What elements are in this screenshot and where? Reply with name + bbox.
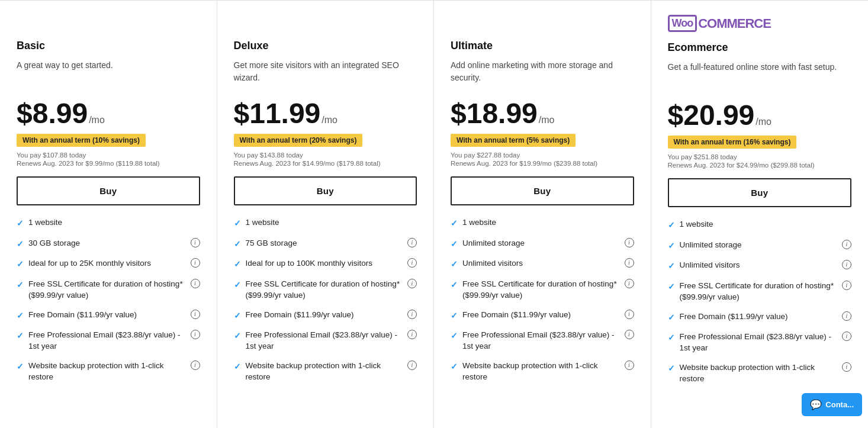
info-icon-ultimate-4[interactable]: i bbox=[625, 310, 634, 319]
check-icon-ecommerce-2: ✓ bbox=[668, 260, 675, 272]
info-icon-basic-1[interactable]: i bbox=[191, 238, 200, 247]
renews-info-basic: Renews Aug. 2023 for $9.99/mo ($119.88 t… bbox=[17, 160, 200, 167]
feature-text-ecommerce-3: Free SSL Certificate for duration of hos… bbox=[680, 281, 837, 303]
check-icon-ecommerce-1: ✓ bbox=[668, 240, 675, 252]
feature-text-deluxe-4: Free Domain ($11.99/yr value) bbox=[246, 310, 402, 321]
savings-badge-basic: With an annual term (10% savings) bbox=[17, 134, 146, 147]
feature-text-basic-1: 30 GB storage bbox=[28, 238, 185, 249]
plans-container: BasicA great way to get started. $8.99 /… bbox=[0, 0, 868, 428]
check-icon-ultimate-1: ✓ bbox=[451, 239, 458, 250]
buy-button-ultimate[interactable]: Buy bbox=[451, 176, 634, 205]
feature-item-deluxe-0: ✓ 1 website bbox=[234, 217, 417, 230]
info-icon-ultimate-6[interactable]: i bbox=[625, 361, 634, 370]
chat-icon: 💬 bbox=[810, 399, 822, 410]
feature-item-basic-3: ✓ Free SSL Certificate for duration of h… bbox=[17, 279, 200, 301]
plan-col-ultimate: UltimateAdd online marketing with more s… bbox=[434, 1, 651, 428]
info-icon-deluxe-1[interactable]: i bbox=[407, 238, 417, 247]
info-icon-deluxe-2[interactable]: i bbox=[407, 258, 417, 268]
info-icon-ultimate-2[interactable]: i bbox=[625, 258, 634, 268]
info-icon-deluxe-4[interactable]: i bbox=[407, 310, 417, 319]
plan-col-deluxe: DeluxeGet more site visitors with an int… bbox=[217, 1, 435, 428]
check-icon-ultimate-5: ✓ bbox=[451, 330, 458, 342]
feature-text-deluxe-0: 1 website bbox=[246, 217, 417, 229]
info-icon-ultimate-5[interactable]: i bbox=[625, 330, 634, 339]
info-icon-ecommerce-1[interactable]: i bbox=[842, 240, 851, 249]
chat-button[interactable]: 💬 Conta... bbox=[802, 393, 862, 416]
pay-today-ultimate: You pay $227.88 today bbox=[451, 152, 634, 159]
feature-text-ultimate-6: Website backup protection with 1-click r… bbox=[462, 361, 619, 383]
check-icon-deluxe-4: ✓ bbox=[234, 310, 241, 322]
check-icon-deluxe-0: ✓ bbox=[234, 218, 241, 230]
check-icon-ultimate-3: ✓ bbox=[451, 279, 458, 291]
feature-item-basic-0: ✓ 1 website bbox=[17, 217, 200, 230]
feature-item-ultimate-0: ✓ 1 website bbox=[451, 217, 634, 230]
info-icon-basic-2[interactable]: i bbox=[191, 258, 200, 268]
plan-desc-ecommerce: Get a full-featured online store with fa… bbox=[668, 61, 852, 89]
features-list-deluxe: ✓ 1 website ✓ 75 GB storage i ✓ Ideal fo… bbox=[234, 217, 417, 383]
savings-badge-deluxe: With an annual term (20% savings) bbox=[234, 134, 363, 147]
info-icon-basic-3[interactable]: i bbox=[191, 279, 200, 288]
plan-price-ecommerce: $20.99 /mo bbox=[668, 101, 852, 130]
feature-text-deluxe-6: Website backup protection with 1-click r… bbox=[246, 361, 402, 383]
check-icon-ecommerce-6: ✓ bbox=[668, 363, 675, 375]
info-icon-ecommerce-4[interactable]: i bbox=[842, 311, 851, 321]
buy-button-basic[interactable]: Buy bbox=[17, 176, 200, 205]
check-icon-basic-0: ✓ bbox=[17, 218, 24, 230]
info-icon-ultimate-1[interactable]: i bbox=[625, 238, 634, 247]
feature-item-basic-2: ✓ Ideal for up to 25K monthly visitors i bbox=[17, 258, 200, 271]
feature-item-basic-5: ✓ Free Professional Email ($23.88/yr val… bbox=[17, 330, 200, 352]
woo-logo: Woo COMMERCE bbox=[668, 15, 852, 32]
plan-col-basic: BasicA great way to get started. $8.99 /… bbox=[0, 1, 217, 428]
price-amount-ecommerce: $20.99 bbox=[668, 101, 755, 130]
info-icon-basic-4[interactable]: i bbox=[191, 310, 200, 319]
feature-text-deluxe-5: Free Professional Email ($23.88/yr value… bbox=[246, 330, 402, 352]
feature-text-basic-5: Free Professional Email ($23.88/yr value… bbox=[28, 330, 185, 352]
info-icon-ecommerce-6[interactable]: i bbox=[842, 362, 851, 372]
feature-item-ecommerce-6: ✓ Website backup protection with 1-click… bbox=[668, 362, 852, 385]
plan-price-ultimate: $18.99 /mo bbox=[451, 99, 634, 128]
feature-text-ecommerce-6: Website backup protection with 1-click r… bbox=[680, 362, 837, 385]
feature-text-ecommerce-1: Unlimited storage bbox=[680, 240, 837, 251]
feature-text-basic-6: Website backup protection with 1-click r… bbox=[28, 361, 185, 383]
info-icon-deluxe-5[interactable]: i bbox=[407, 330, 417, 339]
feature-text-deluxe-2: Ideal for up to 100K monthly visitors bbox=[246, 258, 402, 269]
info-icon-basic-5[interactable]: i bbox=[191, 330, 200, 339]
check-icon-basic-2: ✓ bbox=[17, 259, 24, 271]
savings-badge-ultimate: With an annual term (5% savings) bbox=[451, 134, 576, 147]
renews-info-ecommerce: Renews Aug. 2023 for $24.99/mo ($299.88 … bbox=[668, 162, 852, 169]
feature-text-basic-4: Free Domain ($11.99/yr value) bbox=[28, 310, 185, 321]
info-icon-ecommerce-5[interactable]: i bbox=[842, 332, 851, 341]
savings-badge-ecommerce: With an annual term (16% savings) bbox=[668, 136, 797, 149]
info-icon-ecommerce-3[interactable]: i bbox=[842, 281, 851, 290]
price-period-deluxe: /mo bbox=[322, 115, 337, 125]
feature-item-basic-6: ✓ Website backup protection with 1-click… bbox=[17, 361, 200, 383]
feature-item-ecommerce-4: ✓ Free Domain ($11.99/yr value) i bbox=[668, 311, 852, 324]
plan-name-ultimate: Ultimate bbox=[451, 40, 634, 52]
info-icon-deluxe-6[interactable]: i bbox=[407, 361, 417, 370]
feature-item-deluxe-5: ✓ Free Professional Email ($23.88/yr val… bbox=[234, 330, 417, 352]
check-icon-ultimate-4: ✓ bbox=[451, 310, 458, 322]
info-icon-ecommerce-2[interactable]: i bbox=[842, 260, 851, 269]
check-icon-deluxe-5: ✓ bbox=[234, 330, 241, 342]
feature-text-ultimate-5: Free Professional Email ($23.88/yr value… bbox=[462, 330, 619, 352]
feature-item-basic-4: ✓ Free Domain ($11.99/yr value) i bbox=[17, 310, 200, 322]
feature-text-basic-2: Ideal for up to 25K monthly visitors bbox=[28, 258, 185, 269]
feature-text-deluxe-1: 75 GB storage bbox=[246, 238, 402, 249]
buy-button-deluxe[interactable]: Buy bbox=[234, 176, 417, 205]
feature-item-ecommerce-1: ✓ Unlimited storage i bbox=[668, 240, 852, 252]
info-icon-basic-6[interactable]: i bbox=[191, 361, 200, 370]
woo-logo-text: Woo bbox=[668, 15, 697, 32]
price-period-basic: /mo bbox=[89, 115, 105, 125]
price-amount-ultimate: $18.99 bbox=[451, 99, 538, 128]
check-icon-ecommerce-0: ✓ bbox=[668, 220, 675, 231]
feature-text-basic-0: 1 website bbox=[28, 217, 200, 229]
info-icon-deluxe-3[interactable]: i bbox=[407, 279, 417, 288]
plan-price-deluxe: $11.99 /mo bbox=[234, 99, 417, 128]
plan-name-ecommerce: Ecommerce bbox=[668, 41, 852, 54]
info-icon-ultimate-3[interactable]: i bbox=[625, 279, 634, 288]
logo-spacer bbox=[17, 15, 200, 40]
features-list-basic: ✓ 1 website ✓ 30 GB storage i ✓ Ideal fo… bbox=[17, 217, 200, 383]
check-icon-ultimate-2: ✓ bbox=[451, 259, 458, 271]
feature-item-ultimate-5: ✓ Free Professional Email ($23.88/yr val… bbox=[451, 330, 634, 352]
buy-button-ecommerce[interactable]: Buy bbox=[668, 178, 852, 207]
